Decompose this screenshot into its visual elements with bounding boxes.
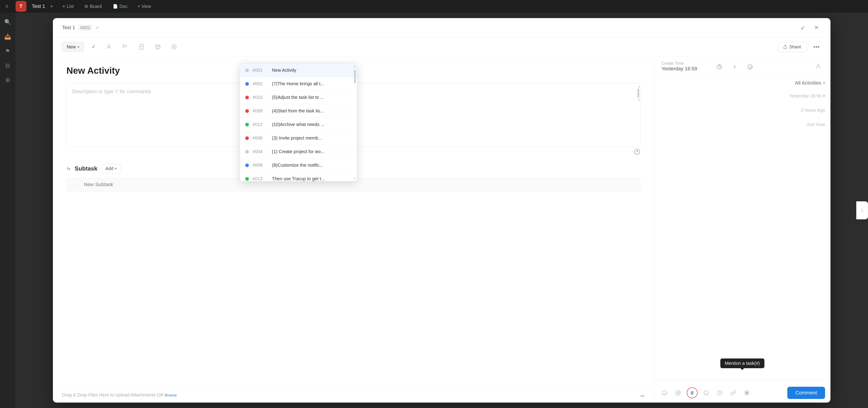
svg-point-6 [172, 45, 176, 49]
hamburger-icon[interactable]: ≡ [5, 3, 8, 9]
description-scrollbar[interactable]: ▲ ▼ [638, 84, 639, 146]
task-id-013: #013 [252, 176, 268, 181]
shield-button[interactable] [168, 41, 180, 53]
create-time-value: Yesterday 16:59 [661, 66, 709, 72]
task-modal: Test 1 #001 ⤢ ↙ ✕ New ▾ ✓ [53, 18, 831, 403]
expand-icon[interactable]: ⤢ [95, 25, 99, 30]
comment-submit-button[interactable]: Comment [787, 387, 825, 399]
sidebar: 🔍 📥 ⚑ ⊟ ⊞ [0, 13, 16, 408]
emoji-button[interactable] [659, 388, 670, 398]
task-name-001: New Activity [272, 68, 351, 73]
project-arrow[interactable]: ▾ [51, 4, 53, 9]
dropdown-scroll-down[interactable]: ▼ [353, 177, 356, 180]
task-list-item-012[interactable]: #012 (10)Archive what needs ... [240, 118, 357, 132]
task-id-012: #012 [252, 122, 268, 127]
more-button[interactable]: ••• [811, 42, 822, 52]
activity-item-1: Yesterday 16:59 ▾ [654, 90, 831, 104]
task-list-scroll[interactable]: #001 New Activity #002 (7)The Home bring… [240, 63, 357, 181]
task-dot-001 [245, 68, 249, 72]
tab-list-label: List [67, 4, 74, 9]
svg-point-9 [817, 64, 819, 66]
task-id-008: #008 [252, 108, 268, 114]
subtask-text: New Subtask [84, 182, 113, 187]
dropdown-scroll-up[interactable]: ▲ [353, 64, 356, 68]
flag-button[interactable] [119, 41, 131, 53]
task-list-item-008[interactable]: #008 (4)Start from the task lis... [240, 104, 357, 118]
task-name-009: (8)Customize the notific... [272, 163, 351, 168]
all-activities-button[interactable]: All Activities ▾ [795, 80, 825, 86]
tab-list[interactable]: ≡ List [58, 2, 79, 11]
scroll-down-arrow[interactable]: ▼ [638, 98, 639, 102]
activities-header: All Activities ▾ [654, 77, 831, 90]
modal-overlay: Test 1 #001 ⤢ ↙ ✕ New ▾ ✓ [16, 13, 868, 408]
record-button[interactable] [742, 388, 752, 398]
status-button[interactable]: New ▾ [62, 42, 84, 52]
close-button[interactable]: ✕ [811, 23, 822, 33]
cube-button[interactable] [152, 41, 164, 53]
task-list-dropdown: #001 New Activity #002 (7)The Home bring… [240, 63, 357, 181]
task-id-004: #004 [252, 149, 268, 154]
app-shell: ≡ T Test 1 ▾ ≡ List ⊞ Board 📄 Doc + View… [0, 0, 868, 408]
task-id-006: #006 [252, 136, 268, 141]
task-list-item-013[interactable]: #013 Then use Tracup to get t... [240, 172, 357, 181]
task-dot-012 [245, 123, 249, 126]
scroll-up-arrow[interactable]: ▲ [638, 84, 639, 89]
add-subtask-button[interactable]: Add ▾ [101, 164, 121, 173]
tab-doc[interactable]: 📄 Doc [108, 2, 132, 11]
sidebar-inbox[interactable]: 📥 [2, 31, 13, 42]
add-view-btn[interactable]: + View [134, 2, 155, 11]
hash-mention-button[interactable]: # [687, 387, 698, 398]
task-dot-006 [245, 136, 249, 140]
activity-timestamp-2: 2 hours Ago [801, 108, 825, 113]
clock-icon: 🕐 [633, 149, 640, 155]
activity-timestamp-1: Yesterday 16:59 ▾ [789, 93, 825, 98]
sidebar-search[interactable]: 🔍 [2, 16, 13, 28]
right-top: Create Time Yesterday 16:59 ◷ › ◶ [654, 57, 831, 77]
status-label: New [67, 44, 76, 50]
sidebar-more[interactable]: ⊞ [2, 74, 13, 86]
task-list-item-001[interactable]: #001 New Activity [240, 63, 357, 77]
at-mention-button[interactable] [673, 388, 683, 398]
task-id-001: #001 [252, 68, 268, 73]
add-label: Add [105, 166, 114, 171]
next-button[interactable]: › [730, 61, 740, 71]
task-name-006: (3) Invite project memb... [272, 136, 351, 141]
task-list-item-002[interactable]: #002 (7)The Home brings all t... [240, 77, 357, 91]
browse-link[interactable]: Browse [165, 393, 177, 397]
assign-button[interactable] [103, 41, 115, 53]
task-dot-002 [245, 82, 249, 86]
prev-history-button[interactable]: ◷ [714, 61, 724, 71]
task-dot-009 [245, 164, 249, 167]
bookmark-button[interactable] [135, 41, 147, 53]
tab-board[interactable]: ⊞ Board [80, 2, 106, 11]
task-list-item-009[interactable]: #009 (8)Customize the notific... [240, 158, 357, 172]
all-activities-label: All Activities [795, 80, 821, 86]
create-time-section: Create Time Yesterday 16:59 [661, 61, 709, 72]
task-list-item-004[interactable]: #004 (1) Create project for wo... [240, 145, 357, 158]
share-button[interactable]: Share [777, 42, 807, 52]
activities-section: All Activities ▾ Yesterday 16:59 ▾ 2 hou… [654, 77, 831, 380]
history-button[interactable]: ◶ [745, 61, 755, 71]
reaction-button[interactable] [701, 388, 711, 398]
modal-right-panel: Create Time Yesterday 16:59 ◷ › ◶ [654, 57, 831, 403]
sidebar-grid[interactable]: ⊟ [2, 60, 13, 71]
sidebar-flag[interactable]: ⚑ [2, 45, 13, 57]
status-arrow-icon: ▾ [78, 45, 79, 49]
minimize-button[interactable]: ↙ [798, 23, 808, 33]
modal-header: Test 1 #001 ⤢ ↙ ✕ [53, 18, 831, 37]
mention-tooltip: Mention a task(#) [720, 358, 765, 368]
check-button[interactable]: ✓ [89, 42, 98, 52]
link-button[interactable] [728, 388, 738, 398]
task-list-item-006[interactable]: #006 (3) Invite project memb... [240, 132, 357, 145]
dropdown-scroll-thumb [354, 70, 356, 84]
drag-icon: ⋮⋮ [71, 182, 80, 187]
doc-icon: 📄 [113, 4, 118, 9]
activity-timestamp-3: Just Now [807, 122, 825, 127]
question-button[interactable] [715, 388, 725, 398]
expand-right-button[interactable]: › [856, 201, 868, 220]
task-name-008: (4)Start from the task lis... [272, 108, 351, 114]
task-list-item-010[interactable]: #010 (5)Adjust the task list to ... [240, 91, 357, 104]
svg-point-10 [662, 390, 667, 395]
user-button[interactable] [813, 61, 823, 71]
task-id-010: #010 [252, 95, 268, 100]
